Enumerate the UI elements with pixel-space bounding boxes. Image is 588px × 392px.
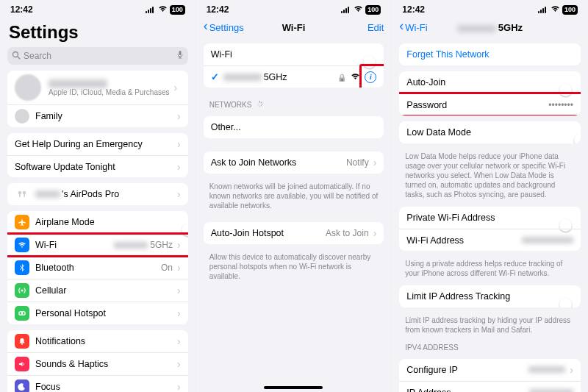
screen-settings: 12:42 100 Settings Search Apple ID, iClo… [0,0,196,392]
nav-bar: Wi-Fi 5GHz [392,18,588,38]
emergency-row[interactable]: Get Help During an Emergency [7,133,188,155]
ask-join-row[interactable]: Ask to Join Networks Notify [204,152,384,174]
home-indicator [264,386,323,389]
cellular-row[interactable]: Cellular [7,279,188,302]
focus-row[interactable]: Focus [7,375,188,392]
chevron-left-icon [399,22,404,33]
bluetooth-row[interactable]: Bluetooth On [7,256,188,279]
auto-hotspot-footer: Allow this device to automatically disco… [196,250,392,282]
limit-ip-footer: Limit IP address tracking by hiding your… [392,313,588,336]
wifi-signal-icon [351,72,360,82]
status-bar: 12:42 100 [196,0,392,18]
screen-wifi: 12:42 100 Settings Wi-Fi Edit Wi-Fi ✓ 5G… [196,0,392,392]
notifications-row[interactable]: Notifications [7,330,188,352]
battery-icon: 100 [170,5,185,15]
svg-line-16 [261,105,262,106]
search-placeholder: Search [24,51,51,61]
airpods-icon [15,187,29,202]
page-title: Settings [0,18,196,47]
wifi-address-row: Wi-Fi Address [399,229,581,251]
chevron-right-icon [177,307,181,319]
info-icon[interactable]: i [365,71,376,83]
apple-id-sub: Apple ID, iCloud, Media & Purchases [49,88,170,96]
battery-icon: 100 [365,5,381,15]
chevron-right-icon [177,381,181,392]
family-avatar-icon [15,109,29,124]
apple-id-row[interactable]: Apple ID, iCloud, Media & Purchases [7,71,188,104]
chevron-right-icon [373,227,377,239]
family-row[interactable]: Family [7,104,188,127]
status-time: 12:42 [207,4,229,15]
cellular-signal-icon [146,6,156,13]
hotspot-icon [15,306,29,321]
status-time: 12:42 [10,4,33,15]
search-input[interactable]: Search [7,47,188,65]
status-bar: 12:42 100 [392,0,588,18]
low-data-footer: Low Data Mode helps reduce your iPhone d… [392,149,588,201]
forget-network-row[interactable]: Forget This Network [399,43,581,65]
password-row[interactable]: Password •••••••• [399,93,581,115]
chevron-right-icon [177,239,181,251]
private-address-footer: Using a private address helps reduce tra… [392,257,588,279]
ip-address-row: IP Address [399,381,581,392]
wifi-toggle-row: Wi-Fi [204,43,384,65]
focus-icon [15,379,29,392]
connected-network-row[interactable]: ✓ 5GHz i [204,65,384,88]
back-button[interactable]: Settings [204,22,244,33]
status-bar: 12:42 100 [0,0,196,18]
avatar [15,74,41,101]
configure-ip-row[interactable]: Configure IP [399,359,581,381]
chevron-right-icon [177,285,181,296]
svg-rect-6 [19,193,21,197]
airpods-row[interactable]: 's AirPods Pro [7,183,188,205]
chevron-right-icon [177,335,181,347]
spinner-icon [257,101,263,109]
limit-ip-row: Limit IP Address Tracking [399,285,581,307]
sounds-row[interactable]: Sounds & Haptics [7,352,188,375]
chevron-right-icon [177,262,181,274]
family-label: Family [35,111,62,121]
svg-rect-8 [24,193,25,197]
svg-line-14 [261,102,262,103]
svg-rect-2 [179,51,181,55]
svg-point-0 [13,51,18,57]
wifi-icon [15,238,29,252]
chevron-right-icon [177,161,181,173]
svg-point-12 [21,343,23,345]
nav-title: Wi-Fi [282,22,306,33]
lock-icon [337,72,346,82]
airplane-mode-row[interactable]: Airplane Mode [7,211,188,233]
mic-icon[interactable] [176,50,184,62]
private-address-row: Private Wi-Fi Address [399,207,581,229]
chevron-right-icon [177,138,181,150]
bluetooth-icon [15,260,29,275]
chevron-right-icon [174,82,178,93]
software-update-row[interactable]: Software Update Tonight [7,155,188,177]
battery-icon: 100 [562,5,578,15]
notifications-icon [15,334,29,349]
password-value: •••••••• [548,100,573,110]
svg-line-1 [18,57,20,59]
airpods-owner-redacted [35,190,60,198]
ask-join-footer: Known networks will be joined automatica… [196,179,392,212]
low-data-row: Low Data Mode [399,121,581,143]
nav-bar: Settings Wi-Fi Edit [196,18,392,38]
auto-hotspot-row[interactable]: Auto-Join Hotspot Ask to Join [204,222,384,244]
screen-network-detail: 12:42 100 Wi-Fi 5GHz Forget This Network… [392,0,588,392]
networks-header: Networks [196,93,392,110]
edit-button[interactable]: Edit [368,22,384,33]
chevron-left-icon [204,22,208,33]
nav-title: 5GHz [457,22,523,33]
cellular-signal-icon [341,6,351,13]
cellular-icon [15,283,29,298]
back-button[interactable]: Wi-Fi [399,22,427,33]
chevron-right-icon [570,364,573,376]
svg-line-18 [258,105,259,106]
wifi-status-icon [354,5,363,14]
hotspot-row[interactable]: Personal Hotspot [7,302,188,324]
sounds-icon [15,357,29,371]
network-name-redacted [223,74,262,81]
other-network-row[interactable]: Other... [204,116,384,138]
wifi-row[interactable]: Wi-Fi 5GHz [7,233,188,256]
svg-line-20 [258,102,259,103]
